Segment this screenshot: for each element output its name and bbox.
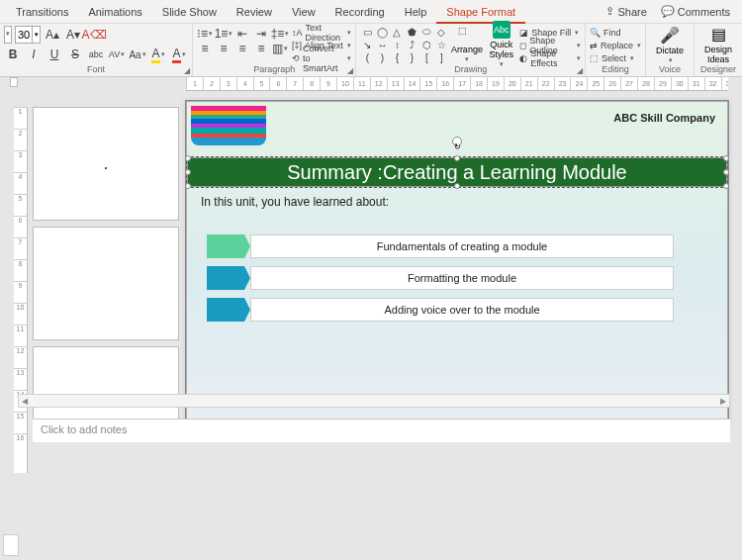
decrease-indent-button[interactable]: ⇤ <box>234 27 250 41</box>
change-case-button[interactable]: Aa <box>129 46 146 63</box>
clear-format-button[interactable]: A⌫ <box>85 26 103 44</box>
paragraph-dialog-launcher[interactable]: ◢ <box>347 66 353 75</box>
shape-gallery-item[interactable]: ⤴ <box>405 39 418 50</box>
resize-handle[interactable] <box>185 169 191 175</box>
grow-font-button[interactable]: A▴ <box>44 26 61 44</box>
drawing-dialog-launcher[interactable]: ◢ <box>577 66 583 75</box>
design-ideas-icon: ▤ <box>711 25 726 44</box>
resize-handle[interactable] <box>185 183 191 189</box>
shape-gallery-item[interactable]: { <box>390 51 404 63</box>
shape-gallery-item[interactable]: } <box>405 51 418 63</box>
shape-gallery-item[interactable]: ▭ <box>360 26 374 38</box>
shape-gallery-item[interactable]: ↘ <box>360 39 374 50</box>
shape-gallery-item[interactable]: ↕ <box>390 39 404 50</box>
shape-gallery-item[interactable]: ⬭ <box>419 26 433 38</box>
tab-recording[interactable]: Recording <box>325 0 395 24</box>
shrink-font-button[interactable]: A▾ <box>64 26 82 44</box>
font-dialog-launcher[interactable]: ◢ <box>184 66 190 75</box>
ruler-vertical[interactable]: 12345678910111213141516 <box>14 107 28 473</box>
slide-thumbnail[interactable] <box>33 107 181 423</box>
design-ideas-button[interactable]: ▤Design Ideas <box>698 26 738 63</box>
bullet-row[interactable]: Fundamentals of creating a module <box>207 234 674 258</box>
tab-review[interactable]: Review <box>227 0 282 24</box>
shape-gallery-item[interactable]: ⬡ <box>419 39 433 50</box>
ribbon-group-font: ▾ A▴ A▾ A⌫ B I U S abc AV Aa A A Font ◢ <box>0 24 193 76</box>
quick-styles-button[interactable]: AbcQuick Styles <box>485 26 517 63</box>
italic-button[interactable]: I <box>25 46 43 63</box>
tab-animations[interactable]: Animations <box>78 0 151 24</box>
dictate-button[interactable]: 🎤Dictate <box>650 26 690 63</box>
font-color-button[interactable]: A <box>170 46 188 63</box>
font-size-box[interactable]: ▾ <box>15 26 41 44</box>
shape-gallery-item[interactable]: ] <box>434 51 448 63</box>
resize-handle[interactable] <box>454 183 460 189</box>
bullet-row[interactable]: Adding voice over to the module <box>207 298 674 322</box>
shape-gallery-item[interactable]: ) <box>375 51 389 63</box>
outline-toggle[interactable] <box>10 77 18 87</box>
line-spacing-button[interactable]: ‡≡ <box>272 27 288 41</box>
resize-handle[interactable] <box>723 169 729 175</box>
char-spacing-button[interactable]: AV <box>108 46 126 63</box>
tab-slideshow[interactable]: Slide Show <box>152 0 227 24</box>
bullet-row[interactable]: Formatting the module <box>207 266 674 290</box>
group-label-designer: Designer <box>698 64 738 76</box>
ribbon-group-drawing: ▭◯△⬟⬭◇↘↔↕⤴⬡☆(){}[] ⬚Arrange AbcQuick Sty… <box>356 24 586 76</box>
ruler-horizontal[interactable]: 1234567891011121314151617181920212223242… <box>186 77 728 91</box>
tab-transitions[interactable]: Transitions <box>6 0 78 24</box>
share-button[interactable]: ⇪Share <box>605 5 646 18</box>
font-size-input[interactable] <box>16 27 32 43</box>
view-switch[interactable] <box>3 534 19 556</box>
bold-button[interactable]: B <box>4 46 22 63</box>
title-shape[interactable]: Summary :Creating a Learning Module <box>187 157 727 187</box>
shape-effects-icon: ◐ <box>519 53 527 63</box>
scroll-right-button[interactable]: ▶ <box>717 397 729 406</box>
shape-gallery[interactable]: ▭◯△⬟⬭◇↘↔↕⤴⬡☆(){}[] <box>360 26 448 64</box>
align-center-button[interactable]: ≡ <box>216 42 232 55</box>
tab-shape-format[interactable]: Shape Format <box>436 0 525 24</box>
justify-button[interactable]: ≡ <box>253 42 269 55</box>
shape-gallery-item[interactable]: ◇ <box>434 26 448 38</box>
horizontal-scrollbar[interactable]: ◀ ▶ <box>18 394 730 408</box>
highlight-button[interactable]: A <box>149 46 167 63</box>
strike-button[interactable]: S <box>66 46 84 63</box>
shape-gallery-item[interactable]: ⬟ <box>405 26 418 38</box>
find-button[interactable]: 🔍Find <box>590 26 641 39</box>
shape-gallery-item[interactable]: ( <box>360 51 374 63</box>
tab-view[interactable]: View <box>282 0 325 24</box>
shape-gallery-item[interactable]: [ <box>419 51 433 63</box>
shape-gallery-item[interactable]: ☆ <box>434 39 448 50</box>
numbering-button[interactable]: 1≡ <box>216 27 232 41</box>
columns-button[interactable]: ▥ <box>272 42 288 55</box>
convert-smartart-button[interactable]: ⟲Convert to SmartArt <box>292 51 351 64</box>
resize-handle[interactable] <box>723 155 729 161</box>
align-right-button[interactable]: ≡ <box>234 42 250 55</box>
group-label-paragraph: Paragraph <box>197 64 351 76</box>
font-name-box[interactable] <box>4 26 12 44</box>
notes-pane[interactable]: Click to add notes <box>33 419 730 442</box>
replace-button[interactable]: ⇄Replace <box>590 39 641 51</box>
bullets-button[interactable]: ⁝≡ <box>197 27 213 41</box>
comments-icon: 💬 <box>661 5 675 18</box>
comments-button[interactable]: 💬Comments <box>661 5 730 18</box>
shape-effects-button[interactable]: ◐Shape Effects <box>519 51 581 64</box>
resize-handle[interactable] <box>723 183 729 189</box>
text-direction-button[interactable]: ↕AText Direction <box>292 26 351 39</box>
ribbon-group-editing: 🔍Find ⇄Replace ⬚Select Editing <box>586 24 646 76</box>
increase-indent-button[interactable]: ⇥ <box>253 27 269 41</box>
shape-gallery-item[interactable]: △ <box>390 26 404 38</box>
shape-gallery-item[interactable]: ◯ <box>375 26 389 38</box>
align-left-button[interactable]: ≡ <box>197 42 213 55</box>
resize-handle[interactable] <box>454 155 460 161</box>
scroll-left-button[interactable]: ◀ <box>19 397 31 406</box>
shape-gallery-item[interactable]: ↔ <box>375 39 389 50</box>
shadow-button[interactable]: abc <box>87 46 105 63</box>
resize-handle[interactable] <box>185 155 191 161</box>
tab-help[interactable]: Help <box>395 0 437 24</box>
arrange-button[interactable]: ⬚Arrange <box>450 26 483 63</box>
slide-canvas[interactable]: ABC Skill Company Summary :Creating a Le… <box>186 101 728 423</box>
rotate-handle[interactable] <box>452 137 462 146</box>
select-button[interactable]: ⬚Select <box>590 51 641 64</box>
search-icon: 🔍 <box>590 28 601 38</box>
share-icon: ⇪ <box>605 5 614 18</box>
underline-button[interactable]: U <box>46 46 63 63</box>
